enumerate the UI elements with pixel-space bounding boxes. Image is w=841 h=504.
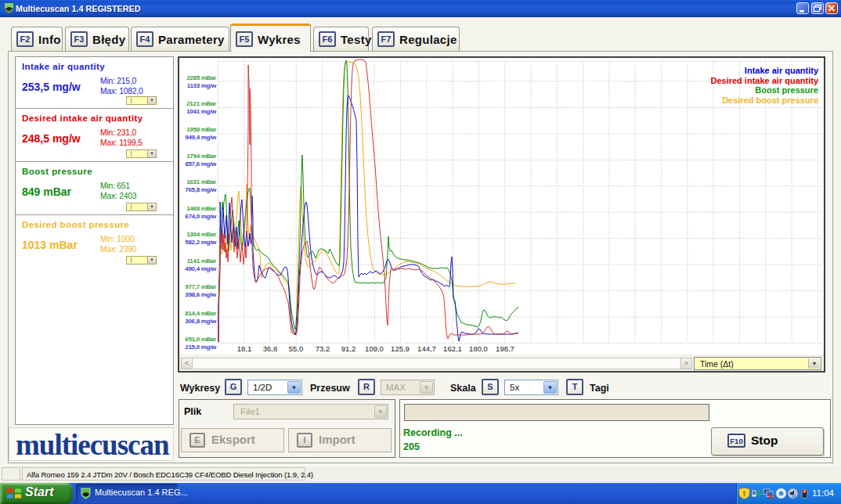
svg-text:109,0: 109,0 bbox=[365, 344, 384, 353]
svg-text:215,0 mg/w: 215,0 mg/w bbox=[185, 344, 217, 351]
svg-text:1794 mBar: 1794 mBar bbox=[186, 153, 216, 160]
svg-text:Desired intake air quantity: Desired intake air quantity bbox=[710, 76, 818, 85]
svg-text:2121 mBar: 2121 mBar bbox=[186, 100, 216, 107]
svg-text:1468 mBar: 1468 mBar bbox=[186, 205, 216, 212]
svg-text:977,7 mBar: 977,7 mBar bbox=[185, 283, 216, 290]
svg-text:1958 mBar: 1958 mBar bbox=[186, 126, 216, 133]
svg-text:125,9: 125,9 bbox=[391, 344, 410, 353]
svg-text:1304 mBar: 1304 mBar bbox=[186, 231, 216, 238]
svg-text:18,1: 18,1 bbox=[237, 344, 252, 353]
svg-text:91,2: 91,2 bbox=[341, 344, 356, 353]
svg-text:198,7: 198,7 bbox=[496, 344, 514, 353]
svg-text:1133 mg/w: 1133 mg/w bbox=[187, 82, 217, 89]
svg-text:Intake air quantity: Intake air quantity bbox=[745, 66, 819, 75]
svg-text:674,0 mg/w: 674,0 mg/w bbox=[185, 213, 217, 220]
svg-text:814,4 mBar: 814,4 mBar bbox=[185, 310, 216, 317]
svg-text:180,0: 180,0 bbox=[469, 344, 488, 353]
svg-text:Boost pressure: Boost pressure bbox=[755, 85, 818, 95]
svg-text:765,8 mg/w: 765,8 mg/w bbox=[185, 186, 217, 193]
svg-text:Desired boost pressure: Desired boost pressure bbox=[722, 95, 818, 105]
svg-text:1041 mg/w: 1041 mg/w bbox=[186, 108, 217, 115]
svg-text:857,6 mg/w: 857,6 mg/w bbox=[185, 160, 217, 167]
svg-text:144,7: 144,7 bbox=[417, 344, 436, 353]
svg-text:73,2: 73,2 bbox=[316, 344, 330, 353]
svg-text:162,1: 162,1 bbox=[443, 344, 462, 353]
svg-text:1141 mBar: 1141 mBar bbox=[187, 257, 217, 265]
svg-text:306,8 mg/w: 306,8 mg/w bbox=[185, 318, 217, 325]
svg-text:651,0 mBar: 651,0 mBar bbox=[185, 336, 216, 343]
svg-text:36,8: 36,8 bbox=[263, 344, 278, 353]
svg-text:1631 mBar: 1631 mBar bbox=[186, 178, 216, 185]
svg-text:2285 mBar: 2285 mBar bbox=[186, 74, 216, 81]
svg-text:490,4 mg/w: 490,4 mg/w bbox=[185, 265, 217, 272]
svg-text:949,4 mg/w: 949,4 mg/w bbox=[185, 134, 217, 141]
svg-text:398,6 mg/w: 398,6 mg/w bbox=[185, 291, 217, 298]
svg-text:582,2 mg/w: 582,2 mg/w bbox=[185, 239, 217, 246]
svg-text:55,0: 55,0 bbox=[289, 344, 304, 353]
